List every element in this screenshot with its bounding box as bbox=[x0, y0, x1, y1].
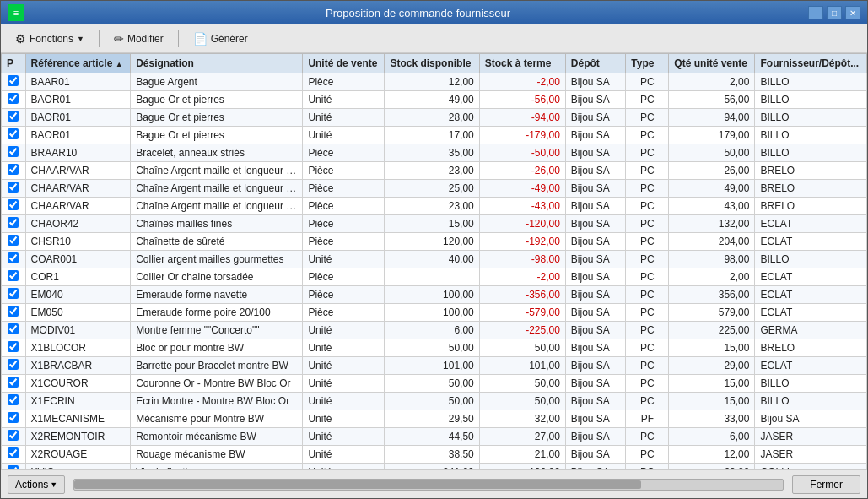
col-header-qte[interactable]: Qté unité vente bbox=[669, 54, 755, 73]
row-checkbox[interactable] bbox=[8, 377, 19, 388]
row-checkbox-cell[interactable] bbox=[2, 198, 26, 215]
cell-stock_terme: -49,00 bbox=[479, 180, 565, 198]
cell-qte_unite: 49,00 bbox=[669, 180, 755, 198]
row-checkbox[interactable] bbox=[8, 323, 19, 334]
cell-fournisseur: ECLAT bbox=[755, 215, 867, 233]
row-checkbox[interactable] bbox=[8, 394, 19, 405]
cell-des: Montre femme ""Concerto"" bbox=[131, 322, 303, 339]
row-checkbox-cell[interactable] bbox=[2, 357, 26, 375]
minimize-button[interactable]: – bbox=[808, 6, 823, 19]
cell-depot: Bijou SA bbox=[565, 446, 625, 464]
cell-ref: BAOR01 bbox=[25, 127, 131, 144]
row-checkbox[interactable] bbox=[8, 306, 19, 317]
modifier-button[interactable]: ✏ Modifier bbox=[106, 29, 171, 49]
row-checkbox-cell[interactable] bbox=[2, 144, 26, 162]
row-checkbox-cell[interactable] bbox=[2, 322, 26, 339]
generer-button[interactable]: 📄 Générer bbox=[186, 29, 256, 49]
cell-unite: Pièce bbox=[303, 144, 385, 162]
row-checkbox-cell[interactable] bbox=[2, 73, 26, 91]
row-checkbox-cell[interactable] bbox=[2, 233, 26, 251]
cell-qte_unite: 94,00 bbox=[669, 109, 755, 127]
col-header-depot[interactable]: Dépôt bbox=[565, 54, 625, 73]
cell-fournisseur: BRELO bbox=[755, 198, 867, 215]
table-row: CHAAR/VARChaîne Argent maille et longueu… bbox=[2, 162, 867, 180]
row-checkbox[interactable] bbox=[8, 75, 19, 86]
col-header-stock-terme[interactable]: Stock à terme bbox=[479, 54, 565, 73]
row-checkbox-cell[interactable] bbox=[2, 339, 26, 357]
cell-ref: BAAR01 bbox=[25, 73, 131, 91]
row-checkbox[interactable] bbox=[8, 128, 19, 139]
fermer-button[interactable]: Fermer bbox=[792, 475, 860, 494]
row-checkbox-cell[interactable] bbox=[2, 180, 26, 198]
row-checkbox[interactable] bbox=[8, 199, 19, 210]
row-checkbox-cell[interactable] bbox=[2, 109, 26, 127]
row-checkbox[interactable] bbox=[8, 341, 19, 352]
col-header-unite[interactable]: Unité de vente bbox=[303, 54, 385, 73]
cell-type: PC bbox=[626, 286, 669, 304]
col-header-p[interactable]: P bbox=[2, 54, 26, 73]
cell-des: Bracelet, anneaux striés bbox=[131, 144, 303, 162]
row-checkbox-cell[interactable] bbox=[2, 375, 26, 393]
cell-stock_dispo: 101,00 bbox=[385, 357, 479, 375]
fonctions-label: Fonctions bbox=[30, 33, 73, 45]
cell-des: Emeraude forme poire 20/100 bbox=[131, 304, 303, 322]
cell-stock_dispo: 100,00 bbox=[385, 286, 479, 304]
cell-type: PC bbox=[626, 251, 669, 268]
row-checkbox[interactable] bbox=[8, 447, 19, 458]
row-checkbox[interactable] bbox=[8, 111, 19, 122]
horizontal-scrollbar[interactable] bbox=[73, 479, 784, 491]
cell-type: PC bbox=[626, 109, 669, 127]
actions-button[interactable]: Actions ▼ bbox=[8, 475, 65, 494]
row-checkbox-cell[interactable] bbox=[2, 162, 26, 180]
row-checkbox-cell[interactable] bbox=[2, 446, 26, 464]
maximize-button[interactable]: □ bbox=[827, 6, 842, 19]
row-checkbox[interactable] bbox=[8, 93, 19, 104]
window-controls: – □ ✕ bbox=[808, 6, 860, 19]
cell-ref: CHAOR42 bbox=[25, 215, 131, 233]
col-header-type[interactable]: Type bbox=[626, 54, 669, 73]
row-checkbox[interactable] bbox=[8, 270, 19, 281]
row-checkbox-cell[interactable] bbox=[2, 91, 26, 109]
row-checkbox-cell[interactable] bbox=[2, 428, 26, 446]
row-checkbox[interactable] bbox=[8, 412, 19, 423]
row-checkbox[interactable] bbox=[8, 430, 19, 441]
row-checkbox[interactable] bbox=[8, 164, 19, 175]
table-row: BAAR01Bague ArgentPièce12,00-2,00Bijou S… bbox=[2, 73, 867, 91]
table-row: X2REMONTOIRRemontoir mécanisme BWUnité44… bbox=[2, 428, 867, 446]
cell-ref: EM050 bbox=[25, 304, 131, 322]
row-checkbox-cell[interactable] bbox=[2, 251, 26, 268]
cell-fournisseur: BILLO bbox=[755, 375, 867, 393]
row-checkbox-cell[interactable] bbox=[2, 393, 26, 410]
cell-depot: Bijou SA bbox=[565, 464, 625, 470]
row-checkbox-cell[interactable] bbox=[2, 215, 26, 233]
row-checkbox[interactable] bbox=[8, 359, 19, 370]
cell-stock_terme: -43,00 bbox=[479, 198, 565, 215]
row-checkbox-cell[interactable] bbox=[2, 268, 26, 286]
cell-depot: Bijou SA bbox=[565, 109, 625, 127]
cell-qte_unite: 2,00 bbox=[669, 73, 755, 91]
row-checkbox-cell[interactable] bbox=[2, 464, 26, 470]
row-checkbox-cell[interactable] bbox=[2, 286, 26, 304]
row-checkbox[interactable] bbox=[8, 235, 19, 246]
row-checkbox[interactable] bbox=[8, 252, 19, 263]
fonctions-button[interactable]: ⚙ Fonctions ▼ bbox=[8, 29, 92, 49]
row-checkbox-cell[interactable] bbox=[2, 410, 26, 428]
row-checkbox[interactable] bbox=[8, 182, 19, 193]
cell-qte_unite: 15,00 bbox=[669, 339, 755, 357]
col-header-des[interactable]: Désignation bbox=[131, 54, 303, 73]
row-checkbox[interactable] bbox=[8, 146, 19, 157]
table-container[interactable]: P Référence article ▲ Désignation Unité … bbox=[1, 53, 867, 469]
close-window-button[interactable]: ✕ bbox=[845, 6, 860, 19]
col-header-ref[interactable]: Référence article ▲ bbox=[25, 54, 131, 73]
cell-depot: Bijou SA bbox=[565, 304, 625, 322]
toolbar-separator-1 bbox=[99, 30, 100, 47]
row-checkbox-cell[interactable] bbox=[2, 127, 26, 144]
col-header-stock-dispo[interactable]: Stock disponible bbox=[385, 54, 479, 73]
row-checkbox-cell[interactable] bbox=[2, 304, 26, 322]
cell-qte_unite: 15,00 bbox=[669, 393, 755, 410]
cell-type: PC bbox=[626, 322, 669, 339]
row-checkbox[interactable] bbox=[8, 288, 19, 299]
cell-fournisseur: COLLI bbox=[755, 464, 867, 470]
col-header-fournisseur[interactable]: Fournisseur/Dépôt... bbox=[755, 54, 867, 73]
row-checkbox[interactable] bbox=[8, 217, 19, 228]
